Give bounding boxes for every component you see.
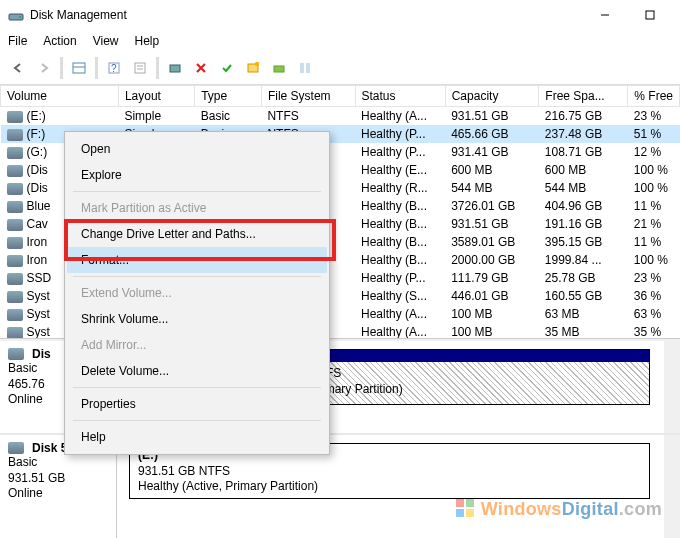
col-status[interactable]: Status — [355, 86, 445, 107]
menubar: File Action View Help — [0, 30, 680, 52]
separator — [60, 57, 63, 79]
maximize-button[interactable] — [627, 1, 672, 29]
watermark: WindowsDigital.com — [455, 498, 662, 520]
col-volume[interactable]: Volume — [1, 86, 119, 107]
svg-text:?: ? — [111, 63, 117, 74]
separator — [156, 57, 159, 79]
table-cell: 35 % — [628, 323, 680, 339]
context-menu-item[interactable]: Delete Volume... — [67, 358, 327, 384]
table-cell: 63 MB — [539, 305, 628, 323]
table-cell: 111.79 GB — [445, 269, 539, 287]
menu-help[interactable]: Help — [135, 34, 160, 48]
context-menu-item[interactable]: Explore — [67, 162, 327, 188]
table-cell: 100 MB — [445, 323, 539, 339]
svg-point-1 — [19, 16, 21, 18]
table-cell: 2000.00 GB — [445, 251, 539, 269]
col-filesystem[interactable]: File System — [261, 86, 355, 107]
table-row[interactable]: (E:)SimpleBasicNTFSHealthy (A...931.51 G… — [1, 107, 680, 126]
table-cell: 931.51 GB — [445, 215, 539, 233]
table-cell: 100 % — [628, 179, 680, 197]
drive-icon — [7, 129, 23, 141]
window-title: Disk Management — [30, 8, 582, 22]
col-layout[interactable]: Layout — [118, 86, 194, 107]
properties-icon[interactable] — [128, 56, 152, 80]
table-cell: Healthy (S... — [355, 287, 445, 305]
view-list-icon[interactable] — [67, 56, 91, 80]
col-type[interactable]: Type — [195, 86, 262, 107]
svg-rect-8 — [135, 63, 145, 73]
table-cell: 600 MB — [445, 161, 539, 179]
partition-fs: NTFS — [310, 366, 641, 382]
forward-button[interactable] — [32, 56, 56, 80]
context-menu-item[interactable]: Properties — [67, 391, 327, 417]
disk-name: Disk 5 — [32, 441, 67, 455]
table-cell: 21 % — [628, 215, 680, 233]
drive-icon — [7, 165, 23, 177]
menu-separator — [73, 387, 321, 388]
drive-icon — [7, 111, 23, 123]
table-cell: 35 MB — [539, 323, 628, 339]
help-icon[interactable]: ? — [102, 56, 126, 80]
context-menu-item: Extend Volume... — [67, 280, 327, 306]
delete-icon[interactable] — [189, 56, 213, 80]
drive-icon — [7, 255, 23, 267]
table-cell: Healthy (A... — [355, 305, 445, 323]
context-menu-item[interactable]: Help — [67, 424, 327, 450]
svg-point-13 — [255, 62, 259, 66]
partition-size-fs: 931.51 GB NTFS — [138, 464, 641, 480]
new-partition-icon[interactable] — [241, 56, 265, 80]
svg-rect-4 — [73, 63, 85, 73]
col-pctfree[interactable]: % Free — [628, 86, 680, 107]
table-cell: 25.78 GB — [539, 269, 628, 287]
vertical-scrollbar[interactable] — [664, 435, 680, 538]
disk-settings-icon[interactable] — [267, 56, 291, 80]
table-cell: 108.71 GB — [539, 143, 628, 161]
menu-file[interactable]: File — [8, 34, 27, 48]
svg-rect-18 — [466, 499, 474, 507]
check-icon[interactable] — [215, 56, 239, 80]
toolbar: ? — [0, 52, 680, 85]
table-cell: 100 % — [628, 251, 680, 269]
table-cell: (E:) — [1, 107, 119, 126]
context-menu-item[interactable]: Change Drive Letter and Paths... — [67, 221, 327, 247]
col-freespace[interactable]: Free Spa... — [539, 86, 628, 107]
table-cell: 160.55 GB — [539, 287, 628, 305]
table-cell: Healthy (B... — [355, 215, 445, 233]
table-cell: 12 % — [628, 143, 680, 161]
svg-rect-20 — [466, 509, 474, 517]
table-cell: Healthy (A... — [355, 323, 445, 339]
context-menu-item: Mark Partition as Active — [67, 195, 327, 221]
disk-layout-icon[interactable] — [293, 56, 317, 80]
table-cell: Healthy (B... — [355, 233, 445, 251]
drive-icon — [7, 291, 23, 303]
table-cell: Healthy (R... — [355, 179, 445, 197]
table-cell: 931.41 GB — [445, 143, 539, 161]
back-button[interactable] — [6, 56, 30, 80]
window-controls — [582, 1, 672, 29]
titlebar: Disk Management — [0, 0, 680, 30]
table-cell: 191.16 GB — [539, 215, 628, 233]
table-cell: 11 % — [628, 233, 680, 251]
minimize-button[interactable] — [582, 1, 627, 29]
table-cell: Healthy (A... — [355, 107, 445, 126]
table-cell: 395.15 GB — [539, 233, 628, 251]
context-menu-item[interactable]: Format... — [67, 247, 327, 273]
table-cell: 446.01 GB — [445, 287, 539, 305]
svg-rect-11 — [170, 65, 180, 72]
table-cell: Simple — [118, 107, 194, 126]
vertical-scrollbar[interactable] — [664, 341, 680, 433]
col-capacity[interactable]: Capacity — [445, 86, 539, 107]
refresh-icon[interactable] — [163, 56, 187, 80]
menu-view[interactable]: View — [93, 34, 119, 48]
table-cell: 11 % — [628, 197, 680, 215]
context-menu-item[interactable]: Open — [67, 136, 327, 162]
disk-type: Basic — [8, 455, 108, 471]
context-menu-item: Add Mirror... — [67, 332, 327, 358]
context-menu-item[interactable]: Shrink Volume... — [67, 306, 327, 332]
context-menu: OpenExploreMark Partition as ActiveChang… — [64, 131, 330, 455]
menu-action[interactable]: Action — [43, 34, 76, 48]
disk-status: Online — [8, 486, 108, 502]
disk-name: Dis — [32, 347, 51, 361]
table-cell: Healthy (E... — [355, 161, 445, 179]
drive-icon — [7, 273, 23, 285]
